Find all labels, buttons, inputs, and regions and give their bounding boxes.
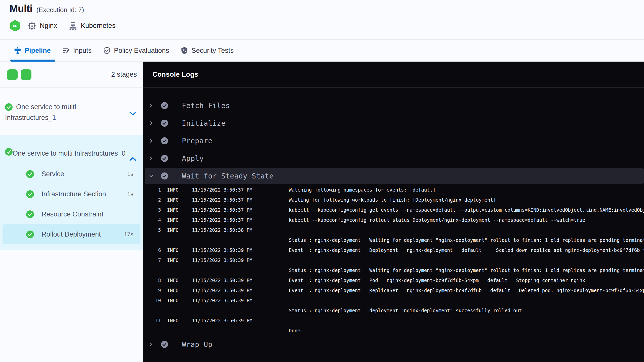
success-check-icon xyxy=(26,231,34,238)
tab-policy-evaluations-label: Policy Evaluations xyxy=(114,47,169,55)
content-split: 2 stages One service to multi Infrastruc… xyxy=(0,62,644,362)
step-label: Resource Constraint xyxy=(42,210,103,218)
log-time xyxy=(192,326,289,336)
log-time: 11/15/2022 3:50:39 PM xyxy=(192,295,289,305)
log-line-number: 7 xyxy=(143,255,161,265)
step-label: Rollout Deployment xyxy=(42,231,101,238)
stage-card-infrastructures-1[interactable]: One service to multi Infrastructures_1 xyxy=(0,88,143,135)
service-name: Nginx xyxy=(40,22,57,30)
log-time: 11/15/2022 3:50:39 PM xyxy=(192,285,289,295)
log-level xyxy=(161,326,192,336)
log-time: 11/15/2022 3:50:39 PM xyxy=(192,275,289,285)
log-row: Status : nginx-deployment deployment "ng… xyxy=(143,305,644,315)
log-time xyxy=(192,235,289,245)
console-step-wait-for-steady-state[interactable]: Wait for Steady State xyxy=(145,168,644,184)
chevron-right-icon[interactable] xyxy=(149,103,153,108)
step-service[interactable]: Service 1s xyxy=(0,164,143,184)
log-level xyxy=(161,265,192,275)
tab-pipeline[interactable]: Pipeline xyxy=(14,40,51,61)
chevron-up-icon[interactable] xyxy=(129,154,136,163)
success-check-icon xyxy=(26,170,34,178)
chevron-right-icon[interactable] xyxy=(149,139,153,143)
console-title: Console Logs xyxy=(152,71,198,78)
tab-policy-evaluations[interactable]: Policy Evaluations xyxy=(103,40,169,61)
console-step-label: Wrap Up xyxy=(182,340,213,349)
step-rollout-deployment[interactable]: Rollout Deployment 17s xyxy=(3,224,140,244)
log-row: 6 INFO 11/15/2022 3:50:39 PM Event : ngi… xyxy=(143,245,644,255)
log-message: Event : nginx-deployment Deployment ngin… xyxy=(289,245,644,255)
log-line-number: 9 xyxy=(143,285,161,295)
stage-title: One service to multi Infrastructures_0 xyxy=(13,150,126,157)
log-time: 11/15/2022 3:50:37 PM xyxy=(192,205,289,215)
gray-check-circle-icon xyxy=(161,172,168,179)
console-step-label: Apply xyxy=(182,154,204,163)
chevron-right-icon[interactable] xyxy=(149,121,153,125)
console-step-wrap-up[interactable]: Wrap Up xyxy=(143,336,644,353)
pipeline-execution-page: Multi (Execution Id: 7) ∞ xyxy=(0,0,644,362)
success-check-icon xyxy=(5,148,13,158)
log-message xyxy=(289,225,644,235)
pipeline-icon xyxy=(14,47,21,54)
inputs-icon xyxy=(62,47,70,54)
tab-security-tests[interactable]: Security Tests xyxy=(181,40,234,61)
stage-status-squares[interactable] xyxy=(7,69,31,80)
log-level: INFO xyxy=(161,215,192,225)
console-step-prepare[interactable]: Prepare xyxy=(143,132,644,150)
security-shield-magnifier-icon xyxy=(181,47,188,55)
step-duration: 1s xyxy=(127,191,133,198)
log-line-number: 5 xyxy=(143,225,161,235)
stage-count-label: 2 stages xyxy=(111,71,137,78)
log-line-number xyxy=(143,265,161,275)
log-time: 11/15/2022 3:50:39 PM xyxy=(192,245,289,255)
chevron-right-icon[interactable] xyxy=(149,156,153,161)
log-message: Status : nginx-deployment deployment "ng… xyxy=(289,305,644,315)
console-step-label: Prepare xyxy=(182,137,213,145)
stages-sidebar: 2 stages One service to multi Infrastruc… xyxy=(0,62,143,362)
step-label: Infrastructure Section xyxy=(42,190,106,198)
chevron-down-icon[interactable] xyxy=(149,174,153,178)
stage-summary-bar: 2 stages xyxy=(0,62,143,88)
log-row: 1 INFO 11/15/2022 3:50:37 PM Watching fo… xyxy=(143,185,644,195)
log-level: INFO xyxy=(161,225,192,235)
tab-inputs[interactable]: Inputs xyxy=(62,40,92,61)
console-step-apply[interactable]: Apply xyxy=(143,150,644,167)
console-header: Console Logs xyxy=(143,62,644,87)
gray-check-circle-icon xyxy=(161,155,168,162)
console-step-fetch-files[interactable]: Fetch Files xyxy=(143,97,644,114)
log-level xyxy=(161,305,192,315)
tab-security-tests-label: Security Tests xyxy=(191,47,234,55)
log-message: Status : nginx-deployment Waiting for de… xyxy=(289,265,644,275)
step-infrastructure-section[interactable]: Infrastructure Section 1s xyxy=(0,184,143,204)
log-level xyxy=(161,235,192,245)
chevron-right-icon[interactable] xyxy=(149,342,153,347)
gray-check-circle-icon xyxy=(161,102,168,109)
log-message: kubectl --kubeconfig=config rollout stat… xyxy=(289,215,644,225)
infrastructure-meta: Kubernetes xyxy=(69,21,115,30)
log-message: kubectl --kubeconfig=config get events -… xyxy=(289,205,644,215)
log-message: Watching following namespaces for events… xyxy=(289,185,644,195)
log-level: INFO xyxy=(161,245,192,255)
success-check-icon xyxy=(26,210,34,218)
log-level: INFO xyxy=(161,255,192,265)
step-resource-constraint[interactable]: Resource Constraint xyxy=(0,204,143,224)
console-step-initialize[interactable]: Initialize xyxy=(143,114,644,132)
stage-card-infrastructures-0[interactable]: One service to multi Infrastructures_0 xyxy=(0,135,143,164)
chevron-down-icon[interactable] xyxy=(129,109,136,118)
stage-status-square[interactable] xyxy=(21,69,31,80)
log-message xyxy=(289,315,644,326)
gray-check-circle-icon xyxy=(161,341,168,348)
log-message: Done. xyxy=(289,326,644,336)
log-row: 11 INFO 11/15/2022 3:50:39 PM xyxy=(143,315,644,326)
log-message: Event : nginx-deployment ReplicaSet ngin… xyxy=(289,285,644,295)
log-line-number xyxy=(143,326,161,336)
page-title: Multi xyxy=(10,3,32,14)
stage-status-square[interactable] xyxy=(7,69,18,80)
log-message xyxy=(289,295,644,305)
log-level: INFO xyxy=(161,195,192,205)
log-row: 4 INFO 11/15/2022 3:50:37 PM kubectl --k… xyxy=(143,215,644,225)
success-check-icon xyxy=(5,103,13,113)
log-row: 5 INFO 11/15/2022 3:50:38 PM xyxy=(143,225,644,235)
log-line-number: 10 xyxy=(143,295,161,305)
console-step-label: Initialize xyxy=(182,119,226,127)
log-row: Status : nginx-deployment Waiting for de… xyxy=(143,265,644,275)
